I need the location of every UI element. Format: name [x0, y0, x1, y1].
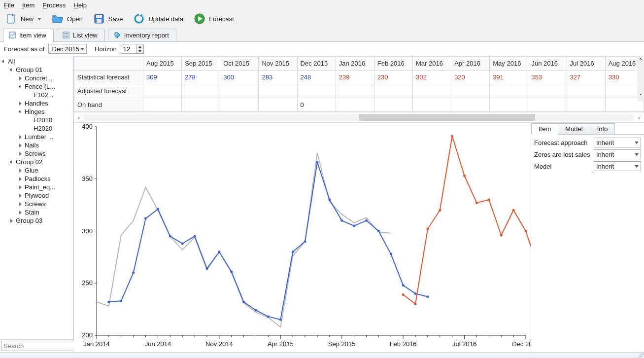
forecast-asof-select[interactable]: Dec 2015 — [48, 44, 87, 54]
caret-down-icon — [635, 165, 639, 168]
grid-cell[interactable] — [451, 84, 490, 98]
grid-cell[interactable] — [182, 98, 220, 112]
update-data-button[interactable]: Update data — [131, 11, 185, 26]
tree-node-f102[interactable]: F102... — [0, 91, 72, 99]
grid-cell[interactable]: 0 — [297, 98, 336, 112]
svg-point-87 — [328, 199, 331, 201]
grid-cell[interactable] — [374, 84, 412, 98]
svg-point-83 — [279, 319, 282, 321]
grid-cell[interactable]: 248 — [297, 71, 336, 84]
grid-horizontal-scrollbar[interactable]: ‹ › — [74, 112, 644, 123]
tree-node-stain[interactable]: Stain — [0, 208, 72, 216]
grid-cell[interactable] — [528, 84, 567, 98]
tree-node-h2010[interactable]: H2010 — [0, 116, 72, 124]
menu-process[interactable]: Process — [42, 1, 66, 9]
tree-node-fence[interactable]: Fence (L... — [0, 82, 72, 91]
horizon-spinner[interactable] — [121, 44, 144, 54]
grid-cell[interactable]: 353 — [528, 71, 567, 84]
tree-node-group03[interactable]: Group 03 — [0, 216, 72, 225]
grid-cell[interactable] — [567, 84, 605, 98]
scroll-thumb[interactable] — [359, 114, 535, 121]
tree-node-h2020[interactable]: H2020 — [0, 124, 72, 133]
model-label: Model — [534, 163, 594, 170]
grid-cell[interactable] — [336, 98, 374, 112]
grid-cell[interactable] — [412, 98, 451, 112]
model-select[interactable]: Inherit — [594, 161, 641, 171]
grid-col-header: Mar 2016 — [412, 57, 451, 71]
grid-cell[interactable] — [220, 84, 259, 98]
forecast-button[interactable]: Forecast — [191, 11, 236, 26]
tree-node-screws[interactable]: Screws — [0, 149, 72, 158]
svg-point-92 — [390, 253, 392, 255]
tree-node-hinges[interactable]: Hinges — [0, 107, 72, 116]
props-tab-model[interactable]: Model — [558, 123, 590, 135]
grid-cell[interactable] — [374, 98, 412, 112]
grid-vertical-scrollbar[interactable]: ˄ ˅ — [637, 56, 644, 101]
tree-node-concret[interactable]: Concret... — [0, 74, 72, 82]
grid-cell[interactable] — [143, 98, 182, 112]
svg-point-72 — [144, 217, 147, 220]
tree-node-nails[interactable]: Nails — [0, 141, 72, 149]
tab-list-view[interactable]: List view — [57, 29, 105, 42]
tab-item-view[interactable]: Item view — [3, 29, 54, 42]
tree-node-handles[interactable]: Handles — [0, 99, 72, 107]
svg-point-73 — [157, 208, 159, 211]
horizon-input[interactable] — [121, 45, 136, 53]
tree-node-group02[interactable]: Group 02 — [0, 158, 72, 166]
grid-cell[interactable] — [220, 98, 259, 112]
grid-cell[interactable] — [336, 84, 374, 98]
save-button[interactable]: Save — [91, 11, 125, 26]
scroll-down-icon[interactable]: ˅ — [638, 92, 644, 101]
open-button[interactable]: Open — [49, 11, 85, 26]
scroll-up-icon[interactable]: ˄ — [638, 56, 644, 66]
grid-cell[interactable] — [259, 84, 297, 98]
grid-col-header: Jun 2016 — [528, 57, 567, 71]
grid-cell[interactable] — [143, 84, 182, 98]
grid-cell[interactable]: 327 — [567, 71, 605, 84]
tree-node-all[interactable]: All — [0, 57, 72, 66]
grid-cell[interactable]: 320 — [451, 71, 490, 84]
scroll-right-icon[interactable]: › — [634, 114, 644, 121]
grid-cell[interactable] — [297, 84, 336, 98]
grid-cell[interactable] — [259, 98, 297, 112]
grid-cell[interactable] — [490, 98, 528, 112]
tab-inventory-report[interactable]: Inventory report — [108, 29, 176, 42]
svg-point-96 — [402, 293, 405, 296]
grid-cell[interactable] — [567, 98, 605, 112]
zeros-select[interactable]: Inherit — [594, 149, 641, 159]
menu-item[interactable]: Item — [22, 1, 34, 9]
tree-node-group01[interactable]: Group 01 — [0, 66, 72, 74]
props-tab-info[interactable]: Info — [590, 123, 615, 135]
grid-cell[interactable]: 230 — [374, 71, 412, 84]
grid-cell[interactable] — [490, 84, 528, 98]
tree-node-paint[interactable]: Paint_eq... — [0, 183, 72, 191]
forecast-grid[interactable]: Aug 2015Sep 2015Oct 2015Nov 2015Dec 2015… — [74, 56, 644, 112]
grid-cell[interactable]: 302 — [412, 71, 451, 84]
grid-cell[interactable]: 239 — [336, 71, 374, 84]
tree-node-padlocks[interactable]: Padlocks — [0, 175, 72, 183]
grid-cell[interactable]: 278 — [182, 71, 220, 84]
tree-node-plywood[interactable]: Plywood — [0, 191, 72, 200]
grid-cell[interactable] — [451, 98, 490, 112]
scroll-left-icon[interactable]: ‹ — [74, 114, 84, 121]
spin-down-button[interactable] — [136, 49, 143, 53]
grid-cell[interactable] — [412, 84, 451, 98]
grid-cell[interactable]: 391 — [490, 71, 528, 84]
grid-cell[interactable]: 300 — [220, 71, 259, 84]
grid-cell[interactable] — [182, 84, 220, 98]
item-tree[interactable]: All Group 01 Concret... Fence (L... F102… — [0, 56, 73, 339]
scroll-track[interactable] — [84, 114, 634, 121]
new-button[interactable]: New — [3, 11, 43, 26]
tree-node-screws2[interactable]: Screws — [0, 200, 72, 208]
spin-up-button[interactable] — [136, 44, 143, 49]
grid-cell[interactable]: 309 — [143, 71, 182, 84]
tree-node-glue[interactable]: Glue — [0, 166, 72, 175]
tree-node-lumber[interactable]: Lumber ... — [0, 133, 72, 141]
menu-help[interactable]: Help — [73, 1, 87, 9]
menu-file[interactable]: File — [4, 1, 14, 9]
grid-cell[interactable]: 283 — [259, 71, 297, 84]
props-tab-item[interactable]: Item — [531, 123, 558, 135]
grid-cell[interactable] — [528, 98, 567, 112]
chart-pane[interactable]: 200250300350400Jan 2014Jun 2014Nov 2014A… — [74, 123, 531, 352]
forecast-approach-select[interactable]: Inherit — [594, 138, 641, 147]
